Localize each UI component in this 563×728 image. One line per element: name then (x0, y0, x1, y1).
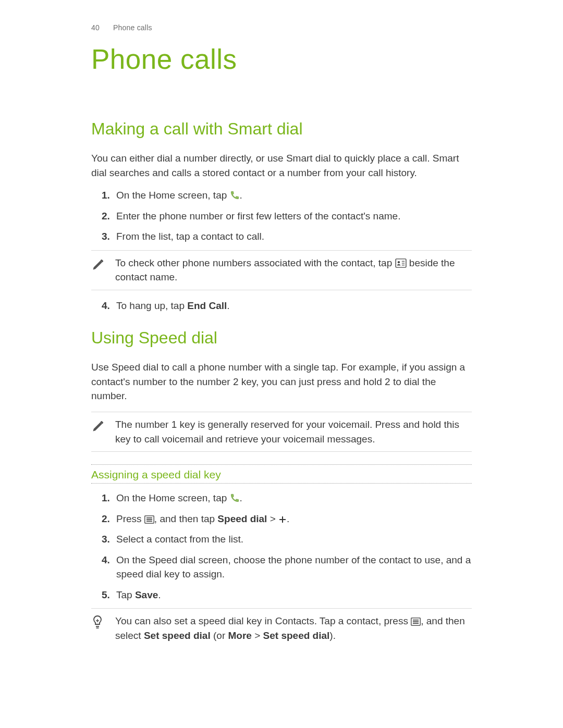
running-header: 40 Phone calls (91, 23, 472, 32)
subsection-wrap: Assigning a speed dial key (91, 464, 472, 484)
contact-card-icon (395, 258, 407, 268)
note-callout: To check other phone numbers associated … (91, 250, 472, 290)
list-item: From the list, tap a contact to call. (116, 229, 472, 244)
list-item: On the Home screen, tap . (116, 188, 472, 203)
note-text: To check other phone numbers associated … (115, 256, 472, 285)
phone-icon (230, 190, 240, 200)
list-item: On the Speed dial screen, choose the pho… (116, 553, 472, 582)
plus-icon (278, 515, 287, 524)
section-title-smart-dial: Making a call with Smart dial (91, 119, 472, 139)
tip-text: You can also set a speed dial key in Con… (115, 614, 472, 643)
chapter-title: Phone calls (91, 43, 472, 75)
page-number: 40 (91, 23, 100, 32)
tip-callout: You can also set a speed dial key in Con… (91, 608, 472, 646)
pencil-icon (91, 257, 106, 272)
section-intro: Use Speed dial to call a phone number wi… (91, 360, 472, 403)
list-item: To hang up, tap End Call. (116, 299, 472, 313)
running-title: Phone calls (113, 23, 152, 32)
list-item: Select a contact from the list. (116, 532, 472, 547)
svg-point-1 (397, 261, 399, 263)
menu-icon (144, 515, 154, 524)
steps-list-smart-dial: On the Home screen, tap . Enter the phon… (91, 188, 472, 244)
section-title-speed-dial: Using Speed dial (91, 328, 472, 348)
phone-icon (230, 493, 240, 503)
subsection-title: Assigning a speed dial key (91, 464, 472, 484)
note-callout: The number 1 key is generally reserved f… (91, 412, 472, 452)
menu-icon (411, 618, 421, 626)
note-text: The number 1 key is generally reserved f… (115, 417, 472, 446)
lightbulb-icon (91, 615, 104, 631)
section-intro: You can either dial a number directly, o… (91, 151, 472, 180)
list-item: Press , and then tap Speed dial > . (116, 512, 472, 526)
list-item: Tap Save. (116, 588, 472, 602)
pencil-icon (91, 418, 106, 433)
list-item: On the Home screen, tap . (116, 491, 472, 505)
steps-list-smart-dial-cont: To hang up, tap End Call. (91, 299, 472, 313)
list-item: Enter the phone number or first few lett… (116, 209, 472, 224)
steps-list-assign: On the Home screen, tap . Press , and th… (91, 491, 472, 602)
document-page: 40 Phone calls Phone calls Making a call… (0, 0, 563, 728)
